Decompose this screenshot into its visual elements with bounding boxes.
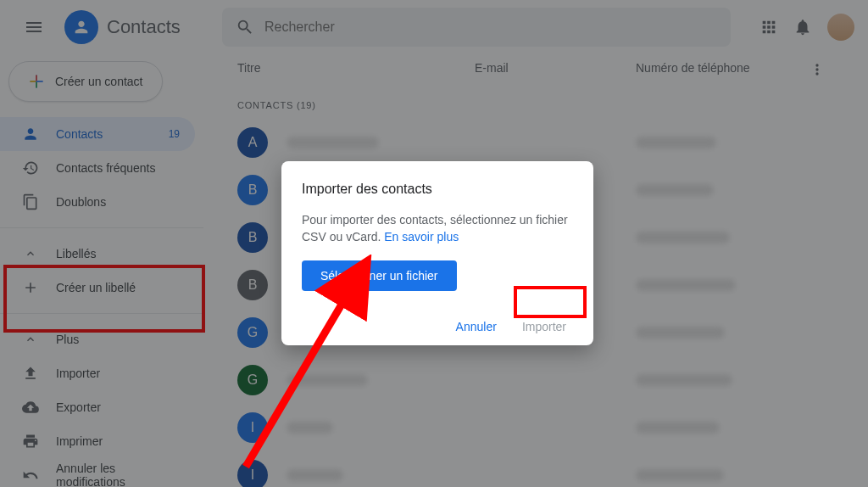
import-dialog: Importer des contacts Pour importer des … bbox=[281, 161, 593, 345]
cancel-button[interactable]: Annuler bbox=[456, 320, 497, 333]
dialog-body: Pour importer des contacts, sélectionnez… bbox=[302, 212, 573, 245]
select-file-button[interactable]: Sélectionner un fichier bbox=[302, 260, 457, 291]
learn-more-link[interactable]: En savoir plus bbox=[384, 230, 459, 244]
dialog-actions: Annuler Importer bbox=[302, 320, 573, 333]
dialog-title: Importer des contacts bbox=[302, 182, 573, 197]
import-button[interactable]: Importer bbox=[522, 320, 566, 333]
